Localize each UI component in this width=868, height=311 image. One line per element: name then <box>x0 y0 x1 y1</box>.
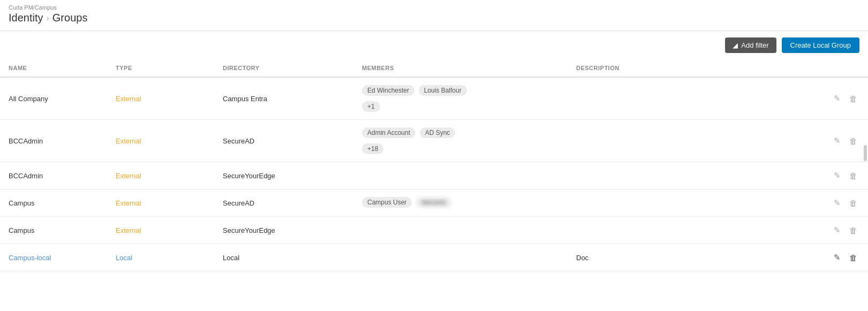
row-name: Campus <box>0 189 107 217</box>
row-members: Ed Winchester Louis Balfour +1 <box>353 77 568 120</box>
row-actions: ✎ 🗑 <box>823 120 868 162</box>
row-type: External <box>107 217 214 244</box>
row-type: External <box>107 120 214 162</box>
row-description <box>568 217 823 244</box>
add-filter-button[interactable]: ◢ Add filter <box>725 37 776 53</box>
table-row: Campus-local Local Local Doc ✎ 🗑 <box>0 244 868 271</box>
row-members <box>353 162 568 189</box>
col-header-type: TYPE <box>107 59 214 77</box>
member-badge: Admin Account <box>362 127 416 138</box>
row-actions: ✎ 🗑 <box>823 162 868 189</box>
col-header-directory: DIRECTORY <box>214 59 353 77</box>
row-type: External <box>107 189 214 217</box>
row-directory: Local <box>214 244 353 271</box>
table-row: Campus External SecureYourEdge ✎ 🗑 <box>0 217 868 244</box>
member-badge: Louis Balfour <box>419 85 467 96</box>
edit-button[interactable]: ✎ <box>832 93 843 104</box>
row-description <box>568 162 823 189</box>
scrollbar-thumb[interactable] <box>864 145 867 161</box>
row-actions: ✎ 🗑 <box>823 244 868 271</box>
row-type: External <box>107 77 214 120</box>
row-description <box>568 189 823 217</box>
row-directory: SecureYourEdge <box>214 217 353 244</box>
member-badge: Campus User <box>362 197 412 208</box>
row-name: All Company <box>0 77 107 120</box>
delete-button[interactable]: 🗑 <box>847 170 859 181</box>
breadcrumb-current: Groups <box>52 12 88 24</box>
row-members: Admin Account AD Sync +18 <box>353 120 568 162</box>
toolbar: ◢ Add filter Create Local Group <box>0 31 868 59</box>
edit-button[interactable]: ✎ <box>832 197 843 209</box>
row-description <box>568 120 823 162</box>
delete-button[interactable]: 🗑 <box>847 252 859 263</box>
delete-button[interactable]: 🗑 <box>847 198 859 209</box>
member-badge-blurred: Isecure1 <box>416 197 451 208</box>
header: Cuda PM/Campus Identity › Groups <box>0 0 868 31</box>
row-members: Campus User Isecure1 <box>353 189 568 217</box>
row-name: Campus <box>0 217 107 244</box>
row-members <box>353 244 568 271</box>
row-directory: SecureAD <box>214 189 353 217</box>
col-header-actions <box>823 59 868 77</box>
groups-table: NAME TYPE DIRECTORY MEMBERS DESCRIPTION … <box>0 59 868 271</box>
member-badge-more: +1 <box>362 101 380 112</box>
row-type: Local <box>107 244 214 271</box>
page-container: Cuda PM/Campus Identity › Groups ◢ Add f… <box>0 0 868 311</box>
member-badge: AD Sync <box>420 127 456 138</box>
row-actions: ✎ 🗑 <box>823 217 868 244</box>
table-row: BCCAdmin External SecureAD Admin Account… <box>0 120 868 162</box>
row-description <box>568 77 823 120</box>
col-header-name: NAME <box>0 59 107 77</box>
breadcrumb-identity: Identity <box>9 12 43 24</box>
delete-button[interactable]: 🗑 <box>847 225 859 236</box>
col-header-description: DESCRIPTION <box>568 59 823 77</box>
col-header-members: MEMBERS <box>353 59 568 77</box>
row-directory: SecureAD <box>214 120 353 162</box>
row-actions: ✎ 🗑 <box>823 189 868 217</box>
edit-button[interactable]: ✎ <box>832 170 843 181</box>
delete-button[interactable]: 🗑 <box>847 93 859 104</box>
filter-icon: ◢ <box>733 41 738 49</box>
row-type: External <box>107 162 214 189</box>
breadcrumb: Identity › Groups <box>9 12 859 24</box>
member-badge: Ed Winchester <box>362 85 414 96</box>
row-description: Doc <box>568 244 823 271</box>
row-actions: ✎ 🗑 <box>823 77 868 120</box>
row-members <box>353 217 568 244</box>
create-local-group-button[interactable]: Create Local Group <box>782 37 859 53</box>
edit-button[interactable]: ✎ <box>832 135 843 147</box>
breadcrumb-parent: Cuda PM/Campus <box>9 4 859 11</box>
breadcrumb-separator: › <box>46 13 49 23</box>
row-name: BCCAdmin <box>0 162 107 189</box>
table-row: All Company External Campus Entra Ed Win… <box>0 77 868 120</box>
table-header-row: NAME TYPE DIRECTORY MEMBERS DESCRIPTION <box>0 59 868 77</box>
member-badge-more: +18 <box>362 143 383 154</box>
table-row: Campus External SecureAD Campus User Ise… <box>0 189 868 217</box>
delete-button[interactable]: 🗑 <box>847 135 859 147</box>
row-directory: SecureYourEdge <box>214 162 353 189</box>
add-filter-label: Add filter <box>741 41 768 49</box>
edit-button[interactable]: ✎ <box>832 224 843 236</box>
table-row: BCCAdmin External SecureYourEdge ✎ 🗑 <box>0 162 868 189</box>
edit-button[interactable]: ✎ <box>832 252 843 263</box>
row-directory: Campus Entra <box>214 77 353 120</box>
row-name: BCCAdmin <box>0 120 107 162</box>
row-name: Campus-local <box>0 244 107 271</box>
groups-table-container: NAME TYPE DIRECTORY MEMBERS DESCRIPTION … <box>0 59 868 271</box>
